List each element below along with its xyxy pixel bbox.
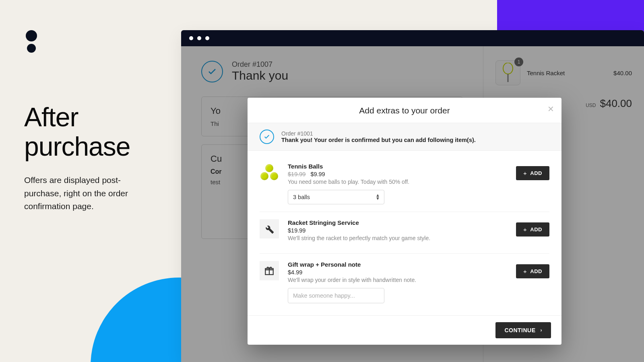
add-button[interactable]: + ADD (516, 264, 549, 278)
close-icon[interactable]: ✕ (547, 104, 554, 114)
window-dot-icon (205, 36, 209, 40)
modal-title: Add extras to your order (257, 106, 552, 115)
add-button-label: ADD (530, 268, 542, 274)
browser-titlebar (181, 30, 644, 46)
continue-button[interactable]: CONTINUE › (495, 322, 551, 338)
item-price: $19.99 (288, 227, 305, 234)
add-button[interactable]: + ADD (516, 166, 549, 180)
plus-icon: + (523, 170, 527, 177)
modal-confirm-message: Thank you! Your order is confirmed but y… (281, 137, 476, 143)
add-button[interactable]: + ADD (516, 222, 549, 237)
item-description: You need some balls to play. Today with … (288, 179, 507, 185)
extra-item: Racket Stringing Service $19.99 We'll st… (260, 212, 549, 254)
window-dot-icon (197, 36, 201, 40)
modal-order-number: Order #1001 (281, 130, 476, 137)
extras-modal: Add extras to your order ✕ Order #1001 T… (248, 98, 561, 345)
marketing-panel: After purchase Offers are displayed post… (24, 103, 157, 213)
add-button-label: ADD (530, 170, 542, 176)
variant-select[interactable]: 3 balls ▲▼ (288, 190, 384, 204)
extra-item: Gift wrap + Personal note $4.99 We'll wr… (260, 254, 549, 311)
item-description: We'll wrap your order in style with hand… (288, 277, 507, 283)
window-dot-icon (189, 36, 193, 40)
extra-item: Tennis Balls $19.99 $9.99 You need some … (260, 156, 549, 212)
chevron-updown-icon: ▲▼ (376, 194, 380, 200)
item-price: $4.99 (288, 269, 302, 276)
continue-button-label: CONTINUE (504, 327, 535, 333)
tennis-balls-icon (260, 163, 279, 182)
checkmark-circle-icon (260, 130, 274, 144)
logo-icon (26, 30, 37, 53)
chevron-right-icon: › (541, 327, 543, 333)
wrench-icon (260, 219, 279, 239)
item-title: Racket Stringing Service (288, 219, 507, 226)
marketing-subtitle: Offers are displayed post-purchase, righ… (24, 174, 157, 213)
item-old-price: $19.99 (288, 171, 305, 177)
add-button-label: ADD (530, 226, 542, 232)
marketing-title: After purchase (24, 103, 157, 161)
item-description: We'll string the racket to perfectly mat… (288, 235, 507, 241)
variant-select-value: 3 balls (293, 194, 310, 200)
item-title: Tennis Balls (288, 163, 507, 170)
note-input[interactable] (288, 288, 384, 303)
gift-icon (260, 261, 279, 280)
plus-icon: + (523, 226, 527, 233)
item-price: $9.99 (310, 171, 325, 177)
browser-frame: Order #1007 Thank you Yo Thi Cu Cor test (181, 30, 644, 362)
plus-icon: + (523, 268, 527, 275)
item-title: Gift wrap + Personal note (288, 261, 507, 268)
